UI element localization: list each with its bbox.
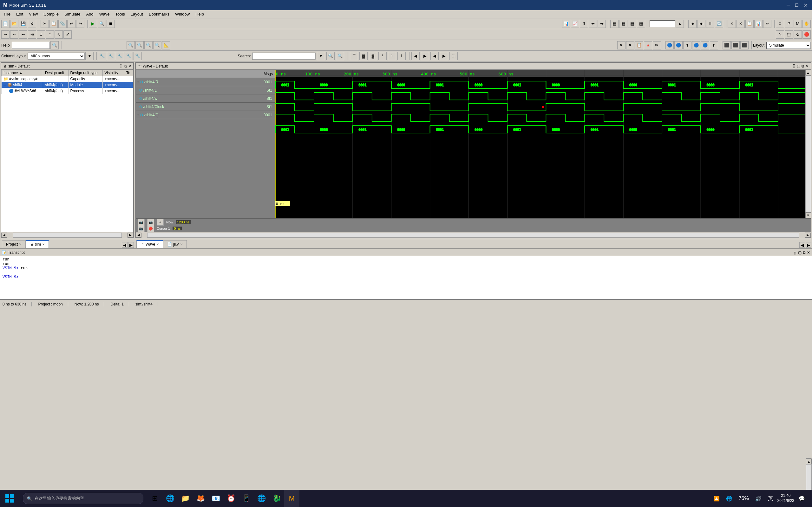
tb-sim6[interactable]: ⏭	[697, 20, 705, 28]
tb2-r4[interactable]: 🔴	[803, 31, 811, 39]
sig-arrow2[interactable]: 🔵	[674, 41, 682, 49]
zoom-out[interactable]: 🔍	[136, 41, 144, 49]
menu-simulate[interactable]: Simulate	[62, 11, 83, 17]
signal-row-R[interactable]: + ⬡ /shift4/R 0001	[136, 78, 275, 86]
tb2-1[interactable]: ⇥	[1, 31, 9, 39]
sig-wave1[interactable]: ⬛	[722, 41, 731, 49]
signal-row-L[interactable]: ⬡ /shift4/L St1	[136, 86, 275, 95]
search-dropdown[interactable]: ▼	[317, 52, 325, 60]
minimize-button[interactable]: ─	[785, 2, 792, 8]
tb-stop[interactable]: ⏹	[107, 20, 115, 28]
tab-jiiv-close[interactable]: ✕	[180, 242, 183, 246]
sim-panel-close[interactable]: ✕	[128, 64, 131, 68]
tab-wave-close[interactable]: ✕	[156, 243, 159, 246]
wave-hscroll-left[interactable]: ◀	[136, 233, 142, 238]
tb2-r1[interactable]: ↖	[776, 31, 784, 39]
menu-help[interactable]: Help	[193, 11, 206, 17]
wave-type4[interactable]: ⋮	[378, 52, 387, 60]
col-btn1[interactable]: 🔧	[98, 52, 106, 60]
taskbar-edge-icon[interactable]: 🌐	[162, 490, 177, 507]
wave-panel-expand[interactable]: ▢	[797, 64, 800, 68]
lang-icon[interactable]: 英	[766, 495, 775, 502]
sig-wave3[interactable]: ⬛	[740, 41, 749, 49]
taskbar-firefox-icon[interactable]: 🦊	[193, 490, 208, 507]
tab-jiiv[interactable]: 📄 jii.v ✕	[163, 240, 187, 248]
signal-expand-Q[interactable]: +	[137, 113, 139, 117]
wave-nav4[interactable]: ▶	[440, 52, 448, 60]
tb-x3[interactable]: 📋	[745, 20, 754, 28]
signal-row-Q[interactable]: + ⬡ /shift4/Q 0001	[136, 111, 275, 119]
menu-view[interactable]: View	[26, 11, 40, 17]
transcript-float[interactable]: ⧉	[803, 250, 806, 255]
expand-icon[interactable]: ─	[3, 83, 6, 87]
layout-select[interactable]: Simulate Debug	[766, 42, 811, 49]
menu-compile[interactable]: Compile	[41, 11, 61, 17]
tb-find[interactable]: 🔍	[98, 20, 106, 28]
wave-type1[interactable]: ▔	[350, 52, 358, 60]
maximize-button[interactable]: □	[794, 2, 800, 8]
tb-wave-r5[interactable]: ➡	[598, 20, 606, 28]
tb2-4[interactable]: ⇥	[28, 31, 36, 39]
wave-vscroll-up[interactable]: ▲	[805, 70, 811, 75]
show-desktop-icon[interactable]: 🔼	[711, 496, 722, 502]
tb-wave-r3[interactable]: ⬆	[580, 20, 588, 28]
tb-x8[interactable]: M	[794, 20, 802, 28]
sig-arrow5[interactable]: 🔵	[701, 41, 709, 49]
tb-sim5[interactable]: ⏮	[688, 20, 697, 28]
wave-display[interactable]: 0 ns 100 ns 200 ns 300 ns 400 ns 500 ns …	[275, 70, 811, 218]
ns-input[interactable]: 300 ns	[650, 20, 675, 27]
zoom-fit[interactable]: 🔍	[144, 41, 153, 49]
tb2-7[interactable]: ⤡	[55, 31, 63, 39]
wave-type3[interactable]: ▓	[369, 52, 377, 60]
wave-type6[interactable]: ⌇	[397, 52, 406, 60]
wave-vscroll-track[interactable]	[805, 75, 811, 212]
task-view-button[interactable]: ⊞	[147, 490, 162, 507]
tb-copy[interactable]: 📋	[49, 20, 58, 28]
tb2-r2[interactable]: ⬚	[785, 31, 793, 39]
menu-edit[interactable]: Edit	[14, 11, 26, 17]
tb2-r3[interactable]: ⬙	[794, 31, 802, 39]
signal-row-w[interactable]: ⬡ /shift4/w St1	[136, 95, 275, 103]
taskbar-phone-icon[interactable]: 📱	[239, 490, 254, 507]
wave-hscroll-right[interactable]: ▶	[805, 233, 811, 238]
battery-icon[interactable]: 76%	[737, 496, 751, 501]
tab-project[interactable]: Project ✕	[2, 240, 26, 248]
tab-sim-close[interactable]: ✕	[42, 243, 45, 246]
help-search-btn[interactable]: 🔍	[50, 41, 59, 49]
signal-row-Clock[interactable]: ⬡ /shift4/Clock St1	[136, 103, 275, 111]
taskbar-mail-icon[interactable]: 📧	[208, 490, 223, 507]
tb-sim2[interactable]: ▦	[619, 20, 627, 28]
wave-status-btn1[interactable]: 📷	[138, 219, 145, 226]
sig-r2[interactable]: ✕	[626, 41, 635, 49]
col-btn2[interactable]: 🔧	[107, 52, 115, 60]
wave-status-btn5[interactable]: 🔴	[147, 225, 154, 232]
wave-status-btn3[interactable]: +	[157, 219, 164, 226]
col-dropdown[interactable]: ▼	[85, 52, 94, 60]
taskbar-modelsim-icon[interactable]: M	[284, 490, 299, 507]
sim-scroll-right[interactable]: ▶	[128, 233, 133, 238]
tb-wave-r1[interactable]: 📊	[562, 20, 570, 28]
tb2-2[interactable]: ↔	[10, 31, 18, 39]
help-input[interactable]	[12, 42, 50, 49]
sim-hscroll[interactable]: ◀ ▶	[1, 232, 133, 238]
tb-x1[interactable]: ✕	[728, 20, 736, 28]
search-btn2[interactable]: 🔍	[336, 52, 344, 60]
tb-x4[interactable]: 📊	[754, 20, 763, 28]
transcript-expand[interactable]: ▢	[798, 250, 802, 255]
tab-sim[interactable]: 🖥 sim ✕	[26, 240, 49, 248]
taskbar-folder-icon[interactable]: 📁	[177, 490, 193, 507]
transcript-scroll-track[interactable]	[806, 464, 812, 490]
tb-wave-hand[interactable]: ✋	[803, 20, 811, 28]
tb-ns-up[interactable]: ▲	[676, 20, 684, 28]
taskbar-time-icon[interactable]: ⏰	[223, 490, 239, 507]
wave-scroll[interactable]: ◀ ▶	[136, 232, 811, 238]
sim-panel-controls[interactable]: ⣿ ⧉ ✕	[120, 64, 131, 68]
wave-panel-float[interactable]: ⧉	[802, 64, 804, 68]
tb-wave-r2[interactable]: 📈	[571, 20, 579, 28]
tb-sim1[interactable]: ▦	[610, 20, 618, 28]
tb-print[interactable]: 🖨	[28, 20, 36, 28]
transcript-controls[interactable]: ⣿ ▢ ⧉ ✕	[794, 250, 810, 255]
zoom-full[interactable]: 🔍	[153, 41, 161, 49]
tb-save[interactable]: 💾	[19, 20, 27, 28]
col-btn4[interactable]: 🔧	[125, 52, 133, 60]
